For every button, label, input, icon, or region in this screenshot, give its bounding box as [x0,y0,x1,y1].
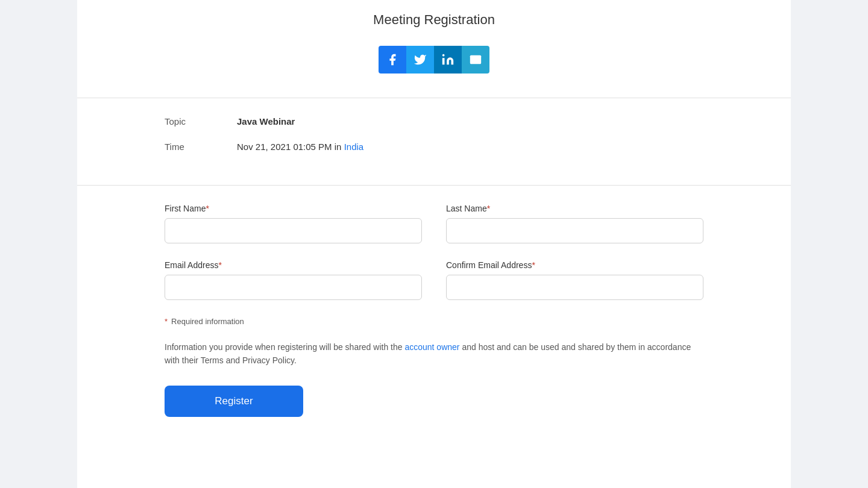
required-info: * Required information [165,317,703,326]
svg-point-1 [442,54,445,57]
confirm-email-group: Confirm Email Address* [446,260,703,300]
confirm-email-label: Confirm Email Address* [446,260,703,270]
topic-label: Topic [165,116,237,127]
account-owner-link[interactable]: account owner [404,342,459,352]
page-layout: Meeting Registration [0,0,868,488]
left-sidebar [0,0,77,488]
twitter-share-button[interactable] [406,46,434,74]
linkedin-icon [441,53,454,66]
meeting-info-section: Topic Java Webinar Time Nov 21, 2021 01:… [77,98,791,185]
confirm-email-required-star: * [532,260,535,270]
last-name-label: Last Name* [446,204,703,213]
time-label: Time [165,142,237,152]
time-value: Nov 21, 2021 01:05 PM in India [237,142,363,152]
svg-rect-0 [442,58,445,64]
facebook-icon [386,53,399,66]
time-row: Time Nov 21, 2021 01:05 PM in India [165,142,703,152]
topic-row: Topic Java Webinar [165,116,703,127]
page-title: Meeting Registration [77,12,791,28]
topic-value: Java Webinar [237,116,295,127]
register-button[interactable]: Register [165,386,303,417]
confirm-email-input[interactable] [446,275,703,300]
first-name-required-star: * [206,204,209,213]
email-row: Email Address* Confirm Email Address* [165,260,703,300]
email-input[interactable] [165,275,422,300]
facebook-share-button[interactable] [379,46,406,74]
social-icons-group [77,46,791,74]
required-star-indicator: * [165,317,168,326]
right-sidebar [791,0,868,488]
email-required-star: * [218,260,221,270]
last-name-input[interactable] [446,218,703,243]
first-name-group: First Name* [165,204,422,243]
email-group: Email Address* [165,260,422,300]
first-name-label: First Name* [165,204,422,213]
linkedin-share-button[interactable] [434,46,462,74]
name-row: First Name* Last Name* [165,204,703,243]
privacy-text: Information you provide when registering… [165,340,703,368]
time-location-link[interactable]: India [344,142,364,152]
twitter-icon [414,53,427,66]
email-icon [469,53,482,66]
form-section: First Name* Last Name* Email Address* [77,186,791,435]
main-content: Meeting Registration [77,0,791,488]
last-name-group: Last Name* [446,204,703,243]
last-name-required-star: * [487,204,490,213]
time-text: Nov 21, 2021 01:05 PM in [237,142,344,152]
email-share-button[interactable] [462,46,489,74]
first-name-input[interactable] [165,218,422,243]
header-section: Meeting Registration [77,0,791,98]
privacy-text-1: Information you provide when registering… [165,342,404,352]
required-info-text: Required information [171,317,244,326]
email-label: Email Address* [165,260,422,270]
